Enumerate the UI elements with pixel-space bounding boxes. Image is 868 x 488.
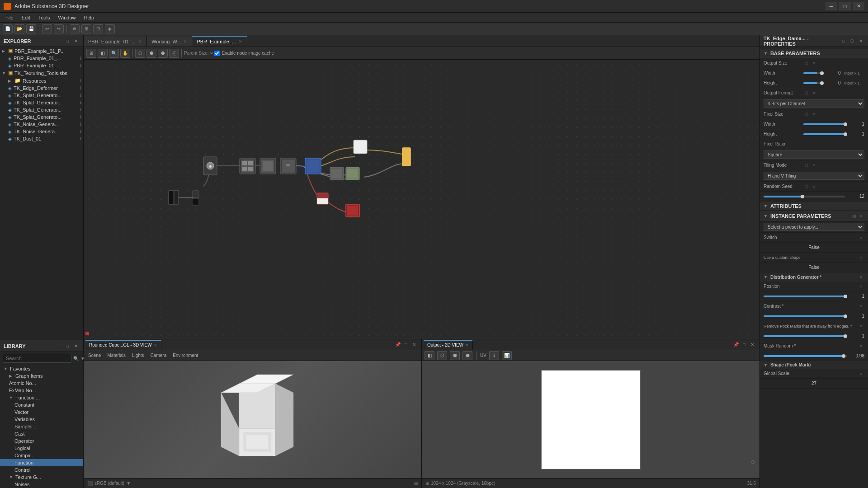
explorer-item-splat1[interactable]: ◈ TK_Splat_Generato... ℹ [6, 92, 83, 99]
explorer-item-pbr2[interactable]: ◈ PBR_Example_01_... ℹ [6, 55, 83, 62]
panel-3d-expand[interactable]: □ [402, 341, 410, 348]
section-base-params[interactable]: ▼ BASE PARAMETERS [760, 49, 868, 58]
node-toolbar-btn2[interactable]: ◧ [98, 49, 108, 58]
lib-comparison[interactable]: Compa... [0, 452, 83, 459]
format-icon1[interactable]: ⬡ [803, 90, 810, 96]
library-collapse[interactable]: − [55, 343, 62, 350]
explorer-close[interactable]: ✕ [72, 38, 80, 45]
section-instance-params[interactable]: ▼ INSTANCE PARAMETERS ▤ ≡ [760, 211, 868, 221]
toolbar-new[interactable]: 📄 [3, 24, 13, 33]
search-icon[interactable]: 🔍 [73, 355, 79, 362]
global-scale-icon[interactable]: ≡ [858, 371, 864, 377]
tiling-icon1[interactable]: ⬡ [803, 162, 810, 169]
library-expand[interactable]: □ [64, 343, 71, 350]
lib-graph-items[interactable]: ▶ Graph Items [0, 372, 83, 380]
tab-close-1[interactable]: ✕ [138, 39, 142, 44]
tab-3d-close[interactable]: ✕ [154, 343, 157, 347]
toolbar-btn-3[interactable]: ⊡ [93, 24, 103, 33]
height-slider[interactable] [803, 82, 824, 84]
toolbar-redo[interactable]: ↪ [54, 24, 64, 33]
pock-slider[interactable] [764, 335, 847, 337]
tab-2d-main[interactable]: Output - 2D VIEW ✕ [424, 340, 473, 350]
2d-viewport[interactable] [422, 361, 760, 478]
tab-working[interactable]: Working_W... ✕ [147, 36, 192, 47]
node-toolbar-btn4[interactable]: ✋ [120, 49, 130, 58]
explorer-item-pbr1[interactable]: ▶ ▣ PBR_Example_01_P... [0, 47, 83, 55]
toolbar-btn-4[interactable]: ◈ [105, 24, 115, 33]
remove-pock-icon[interactable]: ≡ [858, 323, 864, 329]
panel-3d-pin[interactable]: 📌 [394, 341, 401, 348]
output-size-icon1[interactable]: ⬡ [803, 60, 810, 66]
explorer-item-splat2[interactable]: ◈ TK_Splat_Generato... ℹ [6, 99, 83, 106]
pxheight-slider[interactable] [803, 133, 847, 135]
pixel-size-icon1[interactable]: ⬡ [803, 111, 810, 117]
node-left-group[interactable] [169, 191, 179, 204]
2d-toolbar-chart[interactable]: 📊 [502, 351, 512, 360]
lib-constant[interactable]: Constant [0, 401, 83, 408]
seed-icon2[interactable]: ≡ [811, 183, 817, 190]
lib-noises[interactable]: Noises [0, 481, 83, 488]
lib-sampler[interactable]: Sampler... [0, 423, 83, 430]
explorer-item-noise2[interactable]: ◈ TK_Noise_Genera... ℹ [6, 128, 83, 135]
custom-shape-icon[interactable]: ≡ [858, 254, 864, 261]
panel-2d-close[interactable]: ✕ [749, 341, 756, 348]
lib-function-group[interactable]: ▼ Function ... [0, 394, 83, 401]
node-blue[interactable] [305, 158, 321, 174]
view-camera[interactable]: Camera [149, 353, 169, 358]
position-icon[interactable]: ≡ [858, 283, 864, 290]
section-shape-pock[interactable]: ▼ Shape (Pock Mark) [760, 361, 868, 369]
seed-icon1[interactable]: ⬡ [803, 183, 810, 190]
explorer-item-pbr3[interactable]: ◈ PBR_Example_01_... ℹ [6, 62, 83, 69]
explorer-expand[interactable]: □ [64, 38, 71, 45]
2d-footer-btn[interactable]: ⊞ [425, 481, 429, 486]
explorer-collapse[interactable]: − [55, 38, 62, 45]
inst-icon2[interactable]: ≡ [858, 213, 864, 219]
lib-atomic[interactable]: Atomic No... [0, 380, 83, 387]
tab-2d-close[interactable]: ✕ [465, 343, 469, 347]
tab-close-2[interactable]: ✕ [184, 39, 187, 44]
search-input[interactable] [3, 354, 71, 363]
position-slider[interactable] [764, 296, 847, 297]
menu-window[interactable]: Window [54, 14, 79, 21]
node-gray2[interactable] [346, 167, 359, 180]
explorer-item-dust[interactable]: ◈ TK_Dust_01 ℹ [6, 135, 83, 142]
lib-variables[interactable]: Variables [0, 416, 83, 423]
2d-toolbar-1[interactable]: ◧ [425, 351, 434, 360]
menu-tools[interactable]: Tools [35, 14, 54, 21]
mask-random-icon[interactable]: ≡ [858, 343, 864, 349]
toolbar-save[interactable]: 💾 [26, 24, 36, 33]
2d-toolbar-4[interactable]: ⬣ [462, 351, 472, 360]
view-scene[interactable]: Scene [86, 353, 103, 358]
section-dist-gen[interactable]: ▼ Distribution Generator * ≡ [760, 272, 868, 282]
explorer-item-edge-def[interactable]: ◈ TK_Edge_Deformer ℹ [6, 84, 83, 92]
lib-logical[interactable]: Logical [0, 445, 83, 452]
mask-slider[interactable] [764, 355, 847, 357]
node-toolbar-btn8[interactable]: ◰ [169, 49, 179, 58]
minimize-button[interactable]: ─ [826, 2, 837, 10]
node-proc3[interactable]: ≡ [280, 158, 296, 174]
view-environment[interactable]: Environment [171, 353, 200, 358]
node-proc2[interactable] [260, 158, 276, 174]
menu-file[interactable]: File [2, 14, 17, 21]
tab-pbr3[interactable]: PBR_Example_... ✕ [192, 36, 247, 47]
lib-function[interactable]: Function [0, 459, 83, 466]
lib-control[interactable]: Control [0, 466, 83, 474]
lib-fxmap[interactable]: FxMap No... [0, 387, 83, 394]
toolbar-btn-2[interactable]: ⊞ [81, 24, 91, 33]
tiling-icon2[interactable]: ≡ [811, 162, 817, 169]
graph-canvas[interactable]: ⊕ ≡ [84, 60, 760, 339]
2d-toolbar-info[interactable]: ℹ [489, 351, 499, 360]
explorer-item-noise1[interactable]: ◈ TK_Noise_Genera... ℹ [6, 121, 83, 128]
section-attributes[interactable]: ▼ ATTRIBUTES [760, 202, 868, 211]
node-rw[interactable] [317, 193, 328, 204]
node-final-output[interactable] [402, 148, 410, 166]
tab-pbr1[interactable]: PBR_Example_01_... ✕ [84, 36, 147, 47]
node-toolbar-btn1[interactable]: ⊞ [86, 49, 96, 58]
3d-footer-btn[interactable]: ⊞ [414, 481, 418, 486]
lib-texture-g[interactable]: ▼ Texture G... [0, 474, 83, 481]
node-gray1[interactable] [330, 167, 344, 180]
node-proc1[interactable] [240, 158, 255, 174]
inst-icon1[interactable]: ▤ [851, 213, 857, 219]
switch-icon[interactable]: ≡ [858, 235, 864, 241]
explorer-item-splat3[interactable]: ◈ TK_Splat_Generato... ℹ [6, 106, 83, 113]
